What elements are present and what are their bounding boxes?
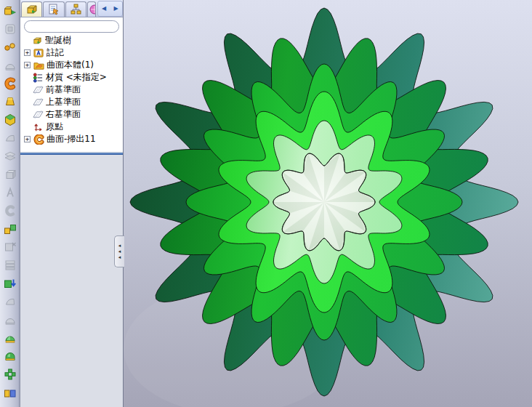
material-icon: [32, 72, 44, 83]
tree-item-part-root[interactable]: 聖誕樹: [20, 34, 123, 47]
dome-icon[interactable]: [3, 331, 17, 344]
surface-bodies-folder-icon: [33, 60, 44, 70]
boundary-surface-icon[interactable]: [3, 58, 17, 72]
revolved-surface-icon[interactable]: [3, 22, 17, 36]
trim-surface-icon[interactable]: [3, 258, 17, 272]
ruled-surface-icon[interactable]: [3, 167, 17, 181]
mirror-icon[interactable]: [3, 385, 17, 399]
part-icon: [25, 3, 39, 16]
origin-icon: [32, 121, 44, 132]
fillet-icon[interactable]: [3, 313, 17, 326]
dimxpert-tab[interactable]: [87, 1, 96, 17]
plane-icon: [32, 109, 44, 120]
planar-surface-icon[interactable]: [3, 40, 17, 54]
feature-tree-area: 聖誕樹 + 註記 + 曲面本體(1): [20, 17, 123, 153]
tree-item-label: 前基準面: [46, 84, 81, 96]
tree-item-label: 原點: [46, 121, 63, 133]
panel-splitter-handle[interactable]: ◂ ◂ ◂: [114, 235, 124, 267]
featuremanager-panel: ◀ ▶ 聖誕樹: [20, 0, 124, 407]
tree-item-surface-sweep[interactable]: + 曲面-掃出11: [20, 133, 123, 145]
thicken-icon[interactable]: [3, 276, 17, 290]
lofted-surface-icon[interactable]: [3, 94, 17, 108]
cut-with-surface-icon[interactable]: [3, 294, 17, 308]
tree-item-front-plane[interactable]: 前基準面: [20, 84, 123, 96]
tab-scroll-left-icon[interactable]: ◀: [102, 6, 106, 12]
plane-icon: [32, 84, 44, 95]
tab-scroll-right-icon[interactable]: ▶: [114, 6, 118, 12]
untrim-surface-icon[interactable]: [3, 240, 17, 254]
part-icon: [31, 35, 43, 46]
expand-icon[interactable]: +: [24, 62, 31, 68]
featuremanager-tab[interactable]: [21, 1, 42, 17]
configurationmanager-tab[interactable]: [65, 1, 86, 17]
solidworks-window: ◀ ▶ 聖誕樹: [0, 0, 532, 407]
shape-feature-icon[interactable]: [3, 349, 17, 363]
extruded-surface-icon[interactable]: [3, 4, 17, 17]
tree-item-label: 材質 <未指定>: [46, 71, 107, 84]
graphics-viewport[interactable]: [124, 0, 532, 407]
offset-surface-icon[interactable]: [3, 149, 17, 163]
propertymanager-icon: [47, 3, 60, 16]
tree-item-label: 註記: [47, 47, 64, 59]
tree-item-origin[interactable]: 原點: [20, 121, 123, 133]
tree-item-annotations[interactable]: + 註記: [20, 47, 123, 59]
freeform-icon[interactable]: [3, 131, 17, 145]
configurationmanager-icon: [69, 3, 82, 16]
tab-scroll-buttons: ◀ ▶: [97, 1, 123, 17]
expand-icon[interactable]: +: [24, 136, 31, 142]
surfaces-toolbar: [0, 0, 20, 407]
tree-item-label: 聖誕樹: [45, 34, 71, 47]
replace-face-icon[interactable]: [3, 204, 17, 217]
tree-item-surface-bodies[interactable]: + 曲面本體(1): [20, 59, 123, 71]
surface-sweep-icon: [33, 134, 44, 145]
tree-item-label: 右基準面: [46, 108, 81, 121]
feature-tree: 聖誕樹 + 註記 + 曲面本體(1): [20, 34, 123, 145]
tree-item-label: 曲面-掃出11: [47, 133, 96, 145]
collapse-arrow-icon: ◂: [118, 255, 121, 259]
panel-empty-area: [20, 155, 123, 407]
annotations-icon: [33, 47, 44, 58]
collapse-arrow-icon: ◂: [118, 249, 121, 254]
collapse-arrow-icon: ◂: [118, 243, 121, 248]
tree-filter[interactable]: [24, 20, 119, 33]
filled-surface-icon[interactable]: [3, 113, 17, 126]
tree-filter-input[interactable]: [31, 23, 127, 31]
tree-item-material[interactable]: 材質 <未指定>: [20, 71, 123, 84]
dimxpert-icon: [88, 3, 96, 16]
panel-tab-bar: ◀ ▶: [20, 0, 123, 17]
pattern-icon[interactable]: [3, 367, 17, 381]
propertymanager-tab[interactable]: [43, 1, 64, 17]
plane-icon: [32, 97, 44, 108]
tree-item-label: 上基準面: [46, 96, 81, 108]
expand-icon[interactable]: +: [24, 49, 31, 56]
tree-item-label: 曲面本體(1): [47, 59, 94, 71]
tree-item-top-plane[interactable]: 上基準面: [20, 96, 123, 108]
knit-surface-icon[interactable]: [3, 222, 17, 235]
christmas-tree-model: [124, 0, 532, 407]
delete-face-icon[interactable]: [3, 185, 17, 199]
swept-surface-icon[interactable]: [3, 76, 17, 90]
tree-item-right-plane[interactable]: 右基準面: [20, 108, 123, 121]
